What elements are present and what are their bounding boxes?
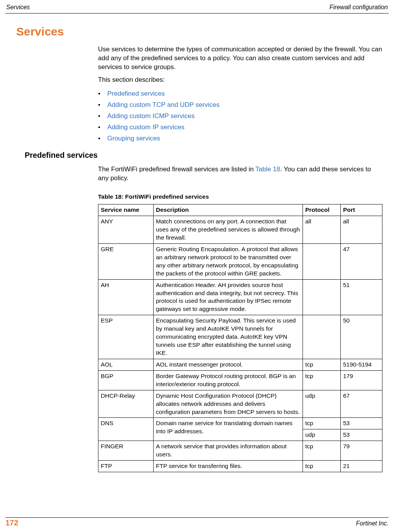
table-row: AH Authentication Header. AH provides so…: [98, 279, 382, 315]
footer-company: Fortinet Inc.: [356, 520, 389, 527]
subsection-text-pre: The FortiWiFi predefined firewall servic…: [98, 166, 255, 173]
table-header-row: Service name Description Protocol Port: [98, 204, 382, 216]
cell-desc: FTP service for transferring files.: [154, 461, 303, 472]
table-row: AOL AOL instant messenger protocol. tcp …: [98, 359, 382, 370]
cell-name: DHCP-Relay: [98, 390, 154, 418]
cell-port: 53: [341, 418, 382, 429]
cell-name: ESP: [98, 315, 154, 359]
cell-proto: tcp: [303, 461, 341, 472]
cell-desc: AOL instant messenger protocol.: [154, 359, 303, 370]
running-head-right: Firewall configuration: [330, 4, 388, 11]
page-footer: 172 Fortinet Inc.: [0, 517, 394, 527]
cell-name: BGP: [98, 370, 154, 390]
cell-port: 79: [341, 441, 382, 461]
cell-port: all: [341, 216, 382, 244]
cell-proto: tcp: [303, 370, 341, 390]
intro-paragraph-1: Use services to determine the types of c…: [98, 45, 382, 72]
th-protocol: Protocol: [303, 204, 341, 216]
toc-link-icmp[interactable]: Adding custom ICMP services: [107, 112, 194, 120]
table-row: ESP Encapsulating Security Payload. This…: [98, 315, 382, 359]
table-row: FTP FTP service for transferring files. …: [98, 461, 382, 472]
toc-link-tcp-udp[interactable]: Adding custom TCP and UDP services: [107, 101, 220, 108]
predefined-services-table: Service name Description Protocol Port A…: [98, 204, 382, 472]
cell-desc: A network service that provides informat…: [154, 441, 303, 461]
running-head-left: Services: [6, 4, 30, 11]
cell-proto: [303, 279, 341, 315]
cell-proto: tcp: [303, 359, 341, 370]
cell-proto: tcp: [303, 418, 341, 429]
table-row: FINGER A network service that provides i…: [98, 441, 382, 461]
cell-proto: all: [303, 216, 341, 244]
cell-desc: Encapsulating Security Payload. This ser…: [154, 315, 303, 359]
cell-desc: Domain name service for translating doma…: [154, 418, 303, 441]
table-row: DNS Domain name service for translating …: [98, 418, 382, 429]
cell-proto: udp: [303, 390, 341, 418]
cell-port: 51: [341, 279, 382, 315]
cell-proto: tcp: [303, 441, 341, 461]
cell-name: ANY: [98, 216, 154, 244]
toc-link-grouping[interactable]: Grouping services: [107, 135, 160, 142]
table-row: GRE Generic Routing Encapsulation. A pro…: [98, 243, 382, 279]
cell-port: 179: [341, 370, 382, 390]
cell-port: 47: [341, 243, 382, 279]
cell-name: GRE: [98, 243, 154, 279]
cell-desc: Match connections on any port. A connect…: [154, 216, 303, 244]
cell-name: DNS: [98, 418, 154, 441]
cell-port: 5190-5194: [341, 359, 382, 370]
table-row: DHCP-Relay Dynamic Host Configuration Pr…: [98, 390, 382, 418]
cell-desc: Authentication Header. AH provides sourc…: [154, 279, 303, 315]
cell-desc: Dynamic Host Configuration Protocol (DHC…: [154, 390, 303, 418]
th-description: Description: [154, 204, 303, 216]
intro-paragraph-2: This section describes:: [98, 76, 382, 84]
toc-list: Predefined services Adding custom TCP an…: [98, 88, 382, 144]
toc-link-predefined[interactable]: Predefined services: [107, 90, 165, 97]
cell-port: 67: [341, 390, 382, 418]
section-title: Services: [16, 25, 389, 38]
cell-desc: Generic Routing Encapsulation. A protoco…: [154, 243, 303, 279]
cell-name: FTP: [98, 461, 154, 472]
toc-link-ip[interactable]: Adding custom IP services: [107, 123, 184, 131]
table-ref-link[interactable]: Table 18: [255, 166, 280, 173]
cell-proto: [303, 243, 341, 279]
table-caption: Table 18: FortiWiFi predefined services: [98, 193, 382, 201]
top-rule: [5, 13, 389, 14]
th-service-name: Service name: [98, 204, 154, 216]
cell-port: 21: [341, 461, 382, 472]
th-port: Port: [341, 204, 382, 216]
table-row: ANY Match connections on any port. A con…: [98, 216, 382, 244]
cell-name: FINGER: [98, 441, 154, 461]
cell-name: AOL: [98, 359, 154, 370]
page-number: 172: [5, 518, 18, 527]
table-row: BGP Border Gateway Protocol routing prot…: [98, 370, 382, 390]
cell-port: 53: [341, 429, 382, 441]
cell-proto: udp: [303, 429, 341, 441]
cell-desc: Border Gateway Protocol routing protocol…: [154, 370, 303, 390]
subsection-title: Predefined services: [25, 151, 389, 160]
cell-proto: [303, 315, 341, 359]
cell-name: AH: [98, 279, 154, 315]
subsection-paragraph: The FortiWiFi predefined firewall servic…: [98, 165, 382, 183]
cell-port: 50: [341, 315, 382, 359]
